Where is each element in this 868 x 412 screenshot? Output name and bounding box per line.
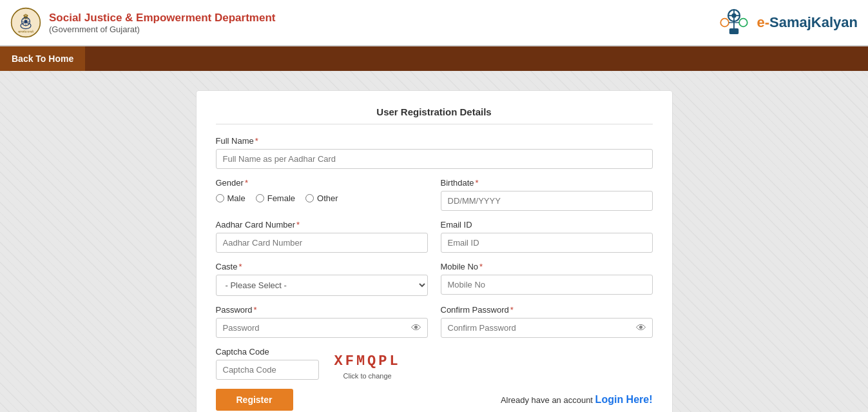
confirm-password-input[interactable] [441,318,653,338]
full-name-input[interactable] [216,149,653,169]
gender-male-label: Male [227,193,246,203]
caste-select[interactable]: - Please Select - [216,275,428,296]
login-link-area: Already have an account Login Here! [501,394,653,406]
registration-form-card: User Registration Details Full Name* Gen… [196,90,673,412]
confirm-password-wrapper: 👁︎ [441,318,653,338]
birthdate-label: Birthdate* [441,178,653,188]
gender-label: Gender* [216,178,428,188]
navbar: Back To Home [0,46,868,71]
email-group: Email ID [441,220,653,253]
captcha-input[interactable] [216,360,319,380]
header-left: 🏛 सत्यमेव जयते Social Justice & Empowerm… [10,7,275,38]
logo-suffix: SamajKalyan [769,14,858,30]
captcha-group: Captcha Code [216,347,319,380]
gender-female-option[interactable]: Female [256,193,295,203]
password-group: Password* 👁︎ [216,305,428,338]
full-name-label: Full Name* [216,136,653,146]
logo-area: e-SamajKalyan [717,5,858,40]
confirm-password-toggle-icon[interactable]: 👁︎ [636,322,646,334]
mobile-input[interactable] [441,275,653,295]
birthdate-group: Birthdate* [441,178,653,211]
login-here-link[interactable]: Login Here! [595,394,653,405]
captcha-change-link[interactable]: Click to change [343,372,392,380]
birthdate-input[interactable] [441,191,653,211]
captcha-image-box[interactable]: XFMQPL Click to change [329,351,406,380]
already-account-text: Already have an account [501,395,595,405]
aadhar-label: Aadhar Card Number* [216,220,428,230]
back-to-home-button[interactable]: Back To Home [0,46,85,71]
svg-point-15 [740,19,748,27]
email-label: Email ID [441,220,653,230]
gender-other-option[interactable]: Other [305,193,338,203]
gender-male-radio[interactable] [216,194,224,202]
gender-other-radio[interactable] [305,194,314,202]
form-title: User Registration Details [216,106,653,124]
caste-mobile-row: Caste* - Please Select - Mobile No* [216,262,653,296]
header-title-main: Social Justice & Empowerment Department [49,12,275,25]
password-toggle-icon[interactable]: 👁︎ [411,322,421,334]
gender-other-label: Other [317,193,338,203]
full-name-group: Full Name* [216,136,653,169]
svg-point-14 [721,19,729,27]
full-name-row: Full Name* [216,136,653,169]
aadhar-group: Aadhar Card Number* [216,220,428,253]
aadhar-email-row: Aadhar Card Number* Email ID [216,220,653,253]
captcha-value: XFMQPL [329,351,406,372]
confirm-password-label: Confirm Password* [441,305,653,315]
mobile-label: Mobile No* [441,262,653,271]
esamajkalyan-logo-icon [717,5,751,40]
gender-group: Gender* Male Female Other [216,178,428,211]
emblem-icon: 🏛 सत्यमेव जयते [10,7,41,38]
gender-male-option[interactable]: Male [216,193,246,203]
password-wrapper: 👁︎ [216,318,428,338]
gender-female-radio[interactable] [256,194,264,202]
password-label: Password* [216,305,428,315]
caste-label: Caste* [216,262,428,271]
aadhar-input[interactable] [216,233,428,253]
password-row: Password* 👁︎ Confirm Password* 👁︎ [216,305,653,338]
gender-radio-group: Male Female Other [216,191,428,203]
email-input[interactable] [441,233,653,253]
register-button[interactable]: Register [216,389,293,411]
header-title-sub: (Government of Gujarat) [49,25,275,34]
form-footer: Register Already have an account Login H… [216,389,653,411]
password-input[interactable] [216,318,428,338]
header-title: Social Justice & Empowerment Department … [49,12,275,34]
site-header: 🏛 सत्यमेव जयते Social Justice & Empowerm… [0,0,868,46]
captcha-label: Captcha Code [216,347,319,357]
captcha-row: Captcha Code XFMQPL Click to change [216,347,653,380]
caste-group: Caste* - Please Select - [216,262,428,296]
svg-rect-17 [729,28,738,34]
logo-text: e-SamajKalyan [757,14,858,31]
gender-birthdate-row: Gender* Male Female Other [216,178,653,211]
confirm-password-group: Confirm Password* 👁︎ [441,305,653,338]
logo-prefix: e- [757,14,769,30]
svg-text:सत्यमेव जयते: सत्यमेव जयते [17,30,34,34]
main-content: User Registration Details Full Name* Gen… [0,71,868,412]
gender-female-label: Female [267,193,295,203]
mobile-group: Mobile No* [441,262,653,296]
